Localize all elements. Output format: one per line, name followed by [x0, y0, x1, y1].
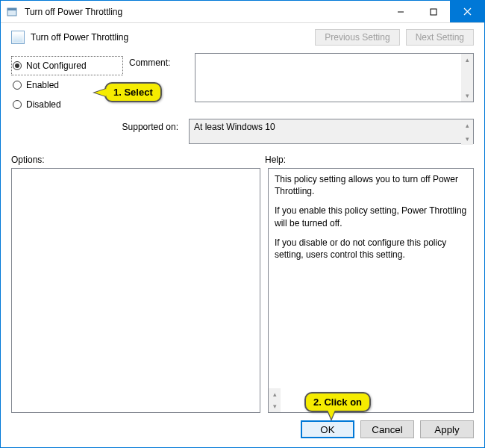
scroll-up-icon: ▴ [466, 54, 469, 66]
help-paragraph: If you disable or do not configure this … [275, 237, 467, 261]
callout-tail-icon [327, 411, 336, 421]
radio-not-configured[interactable]: Not Configured [11, 56, 123, 75]
help-text: This policy setting allows you to turn o… [269, 169, 473, 388]
scroll-down-icon: ▾ [466, 90, 469, 102]
minimize-button[interactable] [384, 1, 417, 22]
annotation-select: 1. Select [104, 82, 162, 102]
radio-label: Enabled [26, 80, 59, 90]
next-setting-button[interactable]: Next Setting [406, 29, 474, 46]
svg-rect-1 [7, 8, 16, 10]
policy-icon [11, 31, 25, 44]
help-panel: This policy setting allows you to turn o… [268, 168, 474, 413]
options-label: Options: [11, 155, 265, 165]
scroll-down-icon: ▾ [273, 400, 277, 412]
supported-on-label: Supported on: [11, 119, 183, 132]
comment-field[interactable]: ▴ ▾ [195, 53, 474, 102]
titlebar: Turn off Power Throttling [1, 1, 484, 23]
annotation-text: 2. Click on [313, 396, 362, 408]
policy-editor-window: Turn off Power Throttling Turn off Power… [0, 0, 485, 448]
supported-on-field: At least Windows 10 ▴ ▾ [189, 119, 474, 144]
policy-header-row: Turn off Power Throttling Previous Setti… [1, 23, 484, 50]
help-paragraph: This policy setting allows you to turn o… [275, 173, 467, 197]
help-scrollbar[interactable]: ▴ ▾ [269, 388, 281, 412]
options-panel [11, 168, 260, 413]
radio-icon [13, 100, 22, 109]
scroll-down-icon: ▾ [466, 133, 469, 145]
help-label: Help: [265, 155, 474, 165]
cancel-button[interactable]: Cancel [360, 420, 414, 438]
scroll-up-icon: ▴ [466, 119, 469, 131]
annotation-click-ok: 2. Click on [304, 392, 371, 412]
policy-title: Turn off Power Throttling [31, 32, 128, 43]
apply-button[interactable]: Apply [420, 420, 474, 438]
svg-rect-3 [431, 9, 436, 15]
scroll-up-icon: ▴ [273, 388, 277, 400]
supported-scrollbar[interactable]: ▴ ▾ [461, 119, 473, 145]
radio-label: Not Configured [26, 60, 87, 71]
annotation-text: 1. Select [113, 87, 153, 98]
app-icon [1, 7, 23, 17]
window-title: Turn off Power Throttling [23, 7, 384, 17]
radio-icon [13, 81, 22, 90]
supported-on-value: At least Windows 10 [190, 119, 461, 143]
dialog-buttons: OK Cancel Apply [1, 413, 484, 447]
callout-tail-icon [93, 88, 106, 97]
maximize-button[interactable] [417, 1, 450, 22]
ok-button[interactable]: OK [301, 420, 354, 438]
comment-scrollbar[interactable]: ▴ ▾ [461, 54, 473, 102]
radio-label: Disabled [26, 99, 61, 110]
radio-icon [13, 61, 22, 70]
comment-text [195, 54, 461, 102]
help-paragraph: If you enable this policy setting, Power… [275, 205, 467, 228]
previous-setting-button[interactable]: Previous Setting [315, 29, 399, 46]
close-button[interactable] [450, 1, 484, 22]
